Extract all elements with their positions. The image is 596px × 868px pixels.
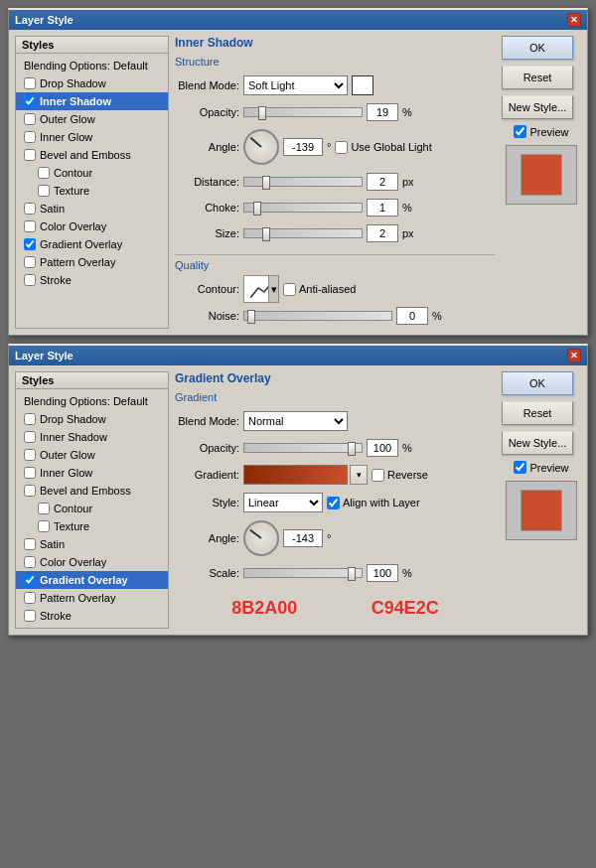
style-item-inner-shadow[interactable]: Inner Shadow: [16, 92, 168, 110]
checkbox2-texture[interactable]: [38, 520, 50, 532]
global-light-label[interactable]: Use Global Light: [335, 141, 431, 154]
noise-input[interactable]: [396, 307, 428, 325]
size-input[interactable]: [367, 224, 398, 242]
style2-item-drop-shadow[interactable]: Drop Shadow: [16, 410, 168, 428]
angle-dial-2[interactable]: [243, 520, 279, 556]
gradient-bar[interactable]: [243, 465, 348, 485]
style2-item-pattern-overlay[interactable]: Pattern Overlay: [16, 589, 168, 607]
style2-item-inner-glow[interactable]: Inner Glow: [16, 464, 168, 482]
align-layer-label[interactable]: Align with Layer: [327, 497, 420, 509]
style2-item-gradient-overlay[interactable]: Gradient Overlay: [16, 571, 168, 589]
checkbox2-bevel-emboss[interactable]: [24, 485, 36, 497]
choke-slider[interactable]: [243, 203, 363, 213]
angle-dial[interactable]: [243, 129, 279, 165]
reverse-checkbox[interactable]: [372, 469, 384, 482]
style2-item-outer-glow[interactable]: Outer Glow: [16, 446, 168, 464]
ok-button-2[interactable]: OK: [502, 371, 573, 395]
preview-check-1[interactable]: [514, 125, 526, 138]
style-item-inner-glow[interactable]: Inner Glow: [16, 128, 168, 146]
style-item-blending-options[interactable]: Blending Options: Default: [16, 57, 168, 74]
gradient-dropdown-btn[interactable]: ▾: [350, 465, 368, 485]
new-style-button-2[interactable]: New Style...: [502, 431, 573, 455]
angle-input-2[interactable]: [283, 529, 323, 547]
size-slider[interactable]: [243, 228, 363, 238]
checkbox2-outer-glow[interactable]: [24, 449, 36, 461]
checkbox-satin[interactable]: [24, 203, 36, 215]
style-item-stroke-1[interactable]: Stroke: [16, 271, 168, 289]
reset-button-2[interactable]: Reset: [502, 401, 573, 425]
checkbox-outer-glow[interactable]: [24, 113, 36, 125]
preview-checkbox-2[interactable]: Preview: [514, 461, 568, 474]
checkbox2-stroke[interactable]: [24, 610, 36, 622]
style2-item-texture[interactable]: Texture: [16, 517, 168, 535]
checkbox-inner-glow[interactable]: [24, 131, 36, 143]
checkbox-gradient-overlay[interactable]: [24, 238, 36, 250]
noise-unit: %: [432, 310, 448, 322]
choke-label: Choke:: [175, 202, 239, 214]
styles-list-1: Blending Options: Default Drop Shadow In…: [16, 54, 168, 292]
checkbox2-drop-shadow[interactable]: [24, 413, 36, 425]
global-light-checkbox[interactable]: [335, 141, 348, 154]
checkbox-pattern-overlay[interactable]: [24, 256, 36, 268]
preview-check-2[interactable]: [514, 461, 526, 474]
style-item-drop-shadow[interactable]: Drop Shadow: [16, 74, 168, 92]
reverse-label[interactable]: Reverse: [372, 469, 428, 482]
close-button-2[interactable]: ✕: [567, 349, 581, 362]
scale-slider[interactable]: [243, 568, 363, 578]
checkbox2-inner-shadow[interactable]: [24, 431, 36, 443]
style-item-contour[interactable]: Contour: [16, 164, 168, 182]
size-unit: px: [402, 227, 418, 239]
style-item-gradient-overlay-1[interactable]: Gradient Overlay: [16, 235, 168, 253]
noise-slider[interactable]: [243, 311, 392, 321]
style2-item-inner-shadow[interactable]: Inner Shadow: [16, 428, 168, 446]
opacity-slider-2[interactable]: [243, 443, 363, 453]
checkbox2-pattern-overlay[interactable]: [24, 592, 36, 604]
style-item-bevel-emboss[interactable]: Bevel and Emboss: [16, 146, 168, 164]
reset-button-1[interactable]: Reset: [502, 66, 573, 89]
style2-item-blending-options[interactable]: Blending Options: Default: [16, 392, 168, 410]
blend-color-swatch[interactable]: [352, 75, 373, 95]
style2-item-color-overlay[interactable]: Color Overlay: [16, 553, 168, 571]
checkbox-bevel-emboss[interactable]: [24, 149, 36, 161]
scale-input[interactable]: [367, 564, 398, 582]
style-item-satin[interactable]: Satin: [16, 200, 168, 217]
style-item-pattern-overlay-1[interactable]: Pattern Overlay: [16, 253, 168, 271]
ok-button-1[interactable]: OK: [502, 36, 573, 60]
style2-item-satin[interactable]: Satin: [16, 535, 168, 553]
contour-thumbnail[interactable]: ▾: [243, 275, 279, 303]
contour-dropdown-arrow[interactable]: ▾: [268, 276, 278, 302]
checkbox-inner-shadow[interactable]: [24, 95, 36, 107]
opacity-slider[interactable]: [243, 107, 363, 117]
opacity-input[interactable]: [367, 103, 398, 121]
anti-aliased-checkbox[interactable]: [283, 283, 296, 296]
checkbox2-satin[interactable]: [24, 538, 36, 550]
style-item-color-overlay-1[interactable]: Color Overlay: [16, 217, 168, 235]
anti-aliased-label[interactable]: Anti-aliased: [283, 283, 356, 296]
angle-input[interactable]: [283, 138, 323, 156]
style-select[interactable]: Linear: [243, 493, 323, 512]
close-button-1[interactable]: ✕: [567, 13, 581, 27]
style2-item-bevel-emboss[interactable]: Bevel and Emboss: [16, 482, 168, 500]
checkbox-texture[interactable]: [38, 185, 50, 197]
distance-input[interactable]: [367, 173, 398, 191]
choke-input[interactable]: [367, 199, 398, 217]
style2-item-stroke[interactable]: Stroke: [16, 607, 168, 625]
blend-mode-select[interactable]: Soft Light: [243, 75, 348, 95]
checkbox2-contour[interactable]: [38, 503, 50, 514]
align-layer-checkbox[interactable]: [327, 497, 340, 509]
style2-item-contour[interactable]: Contour: [16, 500, 168, 517]
checkbox2-inner-glow[interactable]: [24, 467, 36, 479]
style-item-outer-glow[interactable]: Outer Glow: [16, 110, 168, 128]
checkbox-color-overlay[interactable]: [24, 220, 36, 232]
style-item-texture[interactable]: Texture: [16, 182, 168, 200]
blend-mode-select-2[interactable]: Normal: [243, 411, 348, 431]
preview-checkbox-1[interactable]: Preview: [514, 125, 568, 138]
checkbox-contour[interactable]: [38, 167, 50, 179]
distance-slider[interactable]: [243, 177, 363, 187]
checkbox2-gradient-overlay[interactable]: [24, 574, 36, 586]
checkbox-drop-shadow[interactable]: [24, 77, 36, 89]
new-style-button-1[interactable]: New Style...: [502, 95, 573, 119]
checkbox-stroke[interactable]: [24, 274, 36, 286]
opacity-input-2[interactable]: [367, 439, 398, 457]
checkbox2-color-overlay[interactable]: [24, 556, 36, 568]
